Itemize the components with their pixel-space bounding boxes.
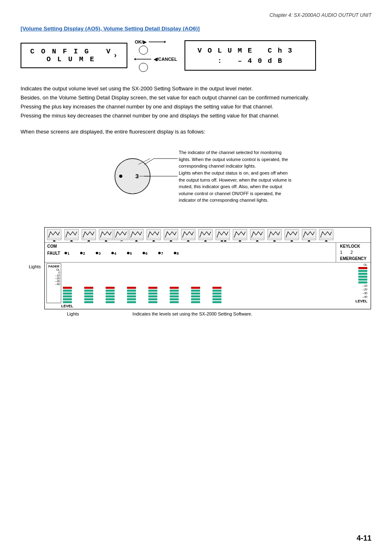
svg-point-45 xyxy=(158,252,161,254)
desc-line-2: Besides, on the Volume Setting Detail Di… xyxy=(21,93,371,102)
middle-row: COM FAULT 1 2 3 4 5 6 7 8 xyxy=(45,243,371,263)
svg-line-11 xyxy=(138,159,150,164)
config-text: C O N F I G V O L U M E xyxy=(29,48,113,63)
svg-point-29 xyxy=(273,240,276,242)
fader-row: FADER OL 0 –10 –20 –30 –40 xyxy=(45,263,371,304)
chapter-header: Chapter 4: SX-2000AO AUDIO OUTPUT UNIT xyxy=(21,12,371,18)
svg-point-30 xyxy=(291,240,293,242)
level-label-left: LEVEL xyxy=(61,304,73,308)
level-label-right: LEVEL xyxy=(355,299,367,303)
cancel-label: ◀/CANCEL xyxy=(154,57,177,62)
svg-text:2: 2 xyxy=(83,251,85,256)
svg-point-28 xyxy=(256,240,258,242)
svg-text:8: 8 xyxy=(177,251,179,256)
volume-text: V O L U M E C h 3 : – 4 0 d B xyxy=(198,47,303,65)
ok-label: OK/▶ xyxy=(135,39,146,45)
volume-display: V O L U M E C h 3 : – 4 0 d B xyxy=(184,40,316,71)
svg-point-19 xyxy=(121,241,123,242)
desc-line-3: Pressing the plus key increases the chan… xyxy=(21,102,371,111)
svg-point-41 xyxy=(127,252,129,254)
desc-line-1: Indicates the output volume level set us… xyxy=(21,84,371,93)
svg-point-43 xyxy=(143,252,145,254)
main-panel: .vu-box { display:inline-block;width:36p… xyxy=(44,227,371,309)
svg-point-47 xyxy=(174,252,176,254)
svg-point-35 xyxy=(80,252,83,254)
svg-text:7: 7 xyxy=(161,251,163,256)
svg-point-33 xyxy=(65,252,67,254)
lights-left-label: Lights xyxy=(29,264,41,269)
svg-point-17 xyxy=(88,240,90,242)
bottom-lights-label: Lights xyxy=(67,311,79,316)
svg-point-24 xyxy=(204,240,207,242)
svg-point-32 xyxy=(325,240,327,242)
svg-text:5: 5 xyxy=(130,251,132,256)
config-display: C O N F I G V O L U M E › xyxy=(21,43,127,68)
emergency-label: EMERGENCY xyxy=(340,256,367,261)
fluorescent-intro: When these screens are displayed, the en… xyxy=(21,129,371,135)
svg-point-15 xyxy=(53,240,55,242)
svg-point-26 xyxy=(224,240,226,242)
fluorescent-section: When these screens are displayed, the en… xyxy=(21,129,371,322)
annotation-2: Lights when the output status is on, and… xyxy=(179,170,294,204)
keylock-2: 2 xyxy=(350,250,353,255)
svg-point-27 xyxy=(239,240,241,242)
svg-text:3: 3 xyxy=(99,251,101,256)
svg-line-7 xyxy=(144,159,154,164)
fader-label: FADER xyxy=(48,265,60,268)
svg-point-25 xyxy=(221,240,223,242)
svg-text:4: 4 xyxy=(114,251,116,256)
svg-text:6: 6 xyxy=(145,251,148,256)
keylock-1: 1 xyxy=(340,250,343,255)
annotation-1: The indicator of the channel selected fo… xyxy=(179,149,294,170)
svg-marker-3 xyxy=(134,58,136,60)
page-number: 4-11 xyxy=(357,534,371,543)
svg-point-31 xyxy=(308,240,310,242)
svg-point-37 xyxy=(96,252,98,254)
cancel-button[interactable] xyxy=(139,63,148,72)
svg-point-4 xyxy=(115,159,150,194)
svg-point-18 xyxy=(105,240,107,242)
display-row: C O N F I G V O L U M E › OK/▶ ◀/CANCEL … xyxy=(21,39,371,72)
svg-point-16 xyxy=(70,240,73,242)
fault-label: FAULT xyxy=(47,251,60,256)
keylock-label: KEYLOCK xyxy=(340,244,367,249)
desc-line-4: Pressing the minus key decreases the cha… xyxy=(21,111,371,120)
svg-point-21 xyxy=(152,240,155,242)
svg-point-39 xyxy=(111,252,114,254)
description-block: Indicates the output volume level set us… xyxy=(21,84,371,120)
svg-text:3: 3 xyxy=(135,173,139,180)
bottom-indicates-label: Indicates the levels set using the SX-20… xyxy=(132,311,252,316)
bottom-labels: Lights Indicates the levels set using th… xyxy=(44,311,371,316)
svg-point-5 xyxy=(119,175,122,178)
section-title: [Volume Setting Display (AO5), Volume Se… xyxy=(21,25,371,32)
vu-meters-row: .vu-box { display:inline-block;width:36p… xyxy=(45,228,371,243)
svg-point-20 xyxy=(135,240,138,242)
svg-point-23 xyxy=(187,240,189,242)
svg-marker-1 xyxy=(164,41,166,43)
svg-text:1: 1 xyxy=(67,251,69,256)
diagram-area: 3 The indicator of the channel selected … xyxy=(21,141,374,322)
svg-point-22 xyxy=(170,240,172,242)
ok-button[interactable] xyxy=(139,46,148,55)
config-arrow: › xyxy=(113,51,119,60)
com-label: COM xyxy=(47,244,57,249)
